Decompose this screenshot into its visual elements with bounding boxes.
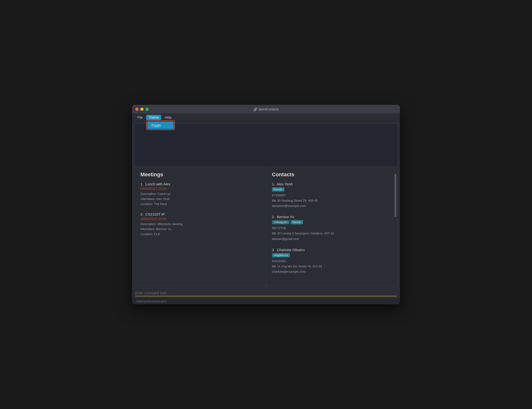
- menu-file[interactable]: File: [135, 115, 145, 120]
- meeting-1-attendees: Attendees: Alex Yeoh: [140, 197, 260, 202]
- traffic-lights: [135, 108, 149, 111]
- meeting-2-date: 30/03/2023 20:00: [140, 217, 260, 221]
- contact-3-name: 3. Charlotte Oliveiro: [272, 248, 392, 252]
- meeting-2-attendees: Attendees: Bernice Yu: [140, 227, 260, 232]
- meeting-2-description: Description: Milestone clearing: [140, 222, 260, 227]
- meeting-item: 1. Lunch with Alex 03/03/2023 15:00 Desc…: [140, 182, 260, 206]
- theme-toggle-item[interactable]: Toggle: [147, 122, 174, 129]
- menu-theme-container: Theme Toggle: [146, 115, 161, 120]
- contact-1-phone: 87438807: [272, 193, 392, 198]
- command-input[interactable]: [135, 291, 397, 296]
- meeting-2-title: 2. CS2103T tP: [140, 212, 260, 216]
- app-icon: 🔗: [253, 107, 257, 111]
- contact-3-phone: 93210283: [272, 259, 392, 264]
- status-text: ./data/quickcontacts.json: [135, 300, 167, 303]
- close-button[interactable]: [135, 108, 139, 111]
- meeting-1-location: Location: The Deck: [140, 202, 260, 207]
- contacts-panel: Contacts 1. Alex Yeoh friends 87438807 B…: [266, 167, 398, 285]
- meeting-2-location: Location: CLB: [140, 232, 260, 237]
- meetings-panel: Meetings 1. Lunch with Alex 03/03/2023 1…: [135, 167, 266, 285]
- tag-friends: friends: [272, 187, 284, 192]
- meetings-title: Meetings: [140, 171, 260, 178]
- contact-1-tags: friends: [272, 187, 392, 192]
- contact-2-tags: colleagues friends: [272, 220, 392, 224]
- titlebar: 🔗 QuickContacts: [132, 105, 400, 114]
- scrollbar-thumb[interactable]: [394, 174, 396, 217]
- meeting-1-title: 1. Lunch with Alex: [140, 182, 260, 186]
- contacts-title: Contacts: [272, 171, 392, 178]
- contact-1-name: 1. Alex Yeoh: [272, 182, 392, 186]
- tag-colleagues: colleagues: [272, 220, 289, 224]
- contact-item: 1. Alex Yeoh friends 87438807 Blk 30 Gey…: [272, 182, 392, 209]
- menu-help[interactable]: Help: [162, 115, 174, 120]
- contact-2-phone: 99272758: [272, 225, 392, 231]
- tag-friends: friends: [291, 220, 303, 224]
- contact-1-address: Blk 30 Geylang Street 29, #06-40: [272, 198, 392, 203]
- minimize-button[interactable]: [140, 108, 143, 111]
- command-bar: [132, 288, 400, 298]
- menubar: File Theme Toggle Help: [132, 114, 400, 121]
- contact-2-email: alextan@gmail.com: [272, 236, 392, 242]
- contact-3-address: Blk 11 Ang Mo Kio Street 74, #11-04: [272, 264, 392, 269]
- meeting-item: 2. CS2103T tP 30/03/2023 20:00 Descripti…: [140, 212, 260, 237]
- main-content: Meetings 1. Lunch with Alex 03/03/2023 1…: [132, 121, 400, 288]
- app-title: QuickContacts: [259, 107, 279, 111]
- contact-3-tags: neighbours: [272, 253, 392, 257]
- contact-1-email: alexyeoh@example.com: [272, 203, 392, 209]
- contact-2-address: Blk 30 Lorong 3 Serangoon Gardens, #07-1…: [272, 231, 392, 236]
- contact-3-email: charlotte@example.com: [272, 269, 392, 274]
- titlebar-title: 🔗 QuickContacts: [253, 107, 279, 111]
- menu-theme[interactable]: Theme: [146, 115, 161, 120]
- meeting-1-date: 03/03/2023 15:00: [140, 187, 260, 191]
- two-panel: Meetings 1. Lunch with Alex 03/03/2023 1…: [134, 167, 398, 286]
- scrollbar-track[interactable]: [394, 169, 396, 283]
- tag-neighbours: neighbours: [272, 253, 290, 257]
- app-window: 🔗 QuickContacts File Theme Toggle Help M…: [132, 105, 400, 304]
- contact-item: 3. Charlotte Oliveiro neighbours 9321028…: [272, 248, 392, 274]
- calendar-area: [134, 124, 398, 167]
- contact-2-name: 2. Bernice Yu: [272, 215, 392, 219]
- status-bar: ./data/quickcontacts.json: [132, 298, 400, 304]
- maximize-button[interactable]: [145, 108, 149, 111]
- contact-item: 2. Bernice Yu colleagues friends 9927275…: [272, 215, 392, 241]
- meeting-1-description: Description: Catch-up: [140, 192, 260, 197]
- theme-dropdown: Toggle: [146, 121, 175, 130]
